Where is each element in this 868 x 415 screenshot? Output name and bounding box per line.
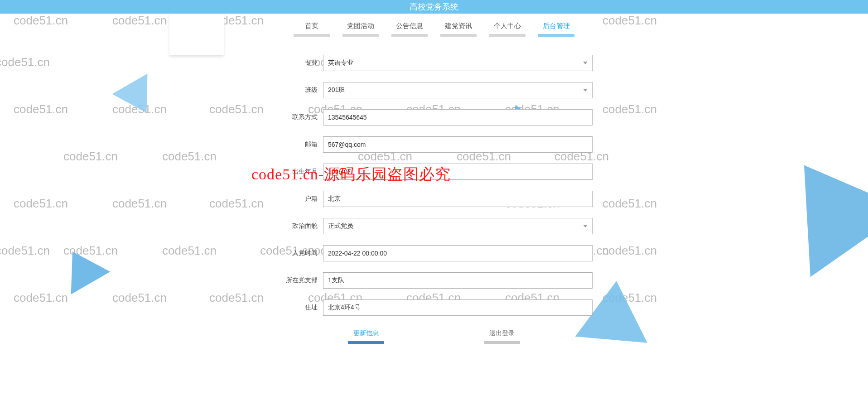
- label-branch: 所在党支部: [275, 276, 323, 285]
- input-email[interactable]: [323, 136, 593, 153]
- button-label: 退出登录: [489, 329, 515, 337]
- row-join-date: 入党时间: [275, 245, 593, 261]
- input-hukou[interactable]: [323, 191, 593, 207]
- tab-label: 后台管理: [543, 22, 570, 29]
- input-address[interactable]: [323, 299, 593, 316]
- update-button[interactable]: 更新信息: [348, 327, 384, 342]
- watermark-text: code51.cn: [0, 55, 50, 69]
- row-address: 住址: [275, 299, 593, 316]
- select-value: 英语专业: [328, 59, 353, 67]
- button-label: 更新信息: [353, 329, 379, 337]
- label-hukou: 户籍: [275, 195, 323, 203]
- user-info-form: 专业 英语专业 班级 201班 联系方式 邮箱 出生年月 户籍 政治面貌 正式党…: [275, 55, 593, 342]
- tab-home[interactable]: 首页: [294, 22, 330, 34]
- row-birth: 出生年月: [275, 164, 593, 180]
- tab-admin[interactable]: 后台管理: [538, 22, 574, 34]
- select-class[interactable]: 201班: [323, 82, 593, 98]
- tab-label: 建党资讯: [445, 22, 472, 29]
- tab-label: 个人中心: [494, 22, 521, 29]
- select-political[interactable]: 正式党员: [323, 218, 593, 234]
- watermark-text: code51.cn: [603, 244, 657, 258]
- label-class: 班级: [275, 86, 323, 94]
- nav-tabs: 首页 党团活动 公告信息 建党资讯 个人中心 后台管理: [294, 22, 574, 34]
- watermark-text: code51.cn: [0, 244, 50, 258]
- chevron-down-icon: [583, 225, 588, 227]
- watermark-text: code51.cn: [14, 291, 68, 305]
- watermark-text: code51.cn: [209, 197, 264, 211]
- label-birth: 出生年月: [275, 168, 323, 176]
- app-title: 高校党务系统: [410, 2, 458, 11]
- input-join-date[interactable]: [323, 245, 593, 261]
- row-class: 班级 201班: [275, 82, 593, 98]
- tab-label: 党团活动: [347, 22, 374, 29]
- app-header: 高校党务系统: [0, 0, 868, 14]
- input-birth[interactable]: [323, 164, 593, 180]
- input-branch[interactable]: [323, 272, 593, 289]
- label-political: 政治面貌: [275, 222, 323, 230]
- tab-label: 首页: [305, 22, 318, 29]
- row-phone: 联系方式: [275, 109, 593, 125]
- watermark-text: code51.cn: [209, 291, 264, 305]
- form-actions: 更新信息 退出登录: [275, 327, 593, 342]
- row-email: 邮箱: [275, 136, 593, 153]
- select-value: 201班: [328, 86, 345, 94]
- tab-label: 公告信息: [396, 22, 423, 29]
- watermark-text: code51.cn: [209, 102, 264, 116]
- input-phone[interactable]: [323, 109, 593, 125]
- row-hukou: 户籍: [275, 191, 593, 207]
- watermark-text: code51.cn: [112, 291, 167, 305]
- tab-news[interactable]: 建党资讯: [440, 22, 477, 34]
- chevron-down-icon: [583, 89, 588, 92]
- main-nav: 首页 党团活动 公告信息 建党资讯 个人中心 后台管理: [0, 14, 868, 34]
- watermark-text: code51.cn: [14, 102, 68, 116]
- tab-activity[interactable]: 党团活动: [342, 22, 379, 34]
- tab-notice[interactable]: 公告信息: [391, 22, 428, 34]
- label-major: 专业: [275, 59, 323, 67]
- watermark-text: code51.cn: [14, 197, 68, 211]
- logout-button[interactable]: 退出登录: [484, 327, 520, 342]
- watermark-text: code51.cn: [63, 150, 118, 164]
- select-value: 正式党员: [328, 222, 353, 230]
- watermark-text: code51.cn: [162, 244, 217, 258]
- watermark-text: code51.cn: [603, 102, 657, 116]
- decorative-triangle: [756, 131, 868, 277]
- watermark-text: code51.cn: [112, 197, 167, 211]
- watermark-text: code51.cn: [162, 150, 217, 164]
- decorative-triangle: [53, 240, 111, 294]
- row-political: 政治面貌 正式党员: [275, 218, 593, 234]
- label-phone: 联系方式: [275, 113, 323, 121]
- select-major[interactable]: 英语专业: [323, 55, 593, 71]
- watermark-text: code51.cn: [603, 197, 657, 211]
- label-join-date: 入党时间: [275, 249, 323, 257]
- label-address: 住址: [275, 304, 323, 312]
- label-email: 邮箱: [275, 140, 323, 149]
- decorative-triangle: [112, 73, 164, 123]
- chevron-down-icon: [583, 62, 588, 64]
- tab-profile[interactable]: 个人中心: [489, 22, 526, 34]
- row-branch: 所在党支部: [275, 272, 593, 289]
- row-major: 专业 英语专业: [275, 55, 593, 71]
